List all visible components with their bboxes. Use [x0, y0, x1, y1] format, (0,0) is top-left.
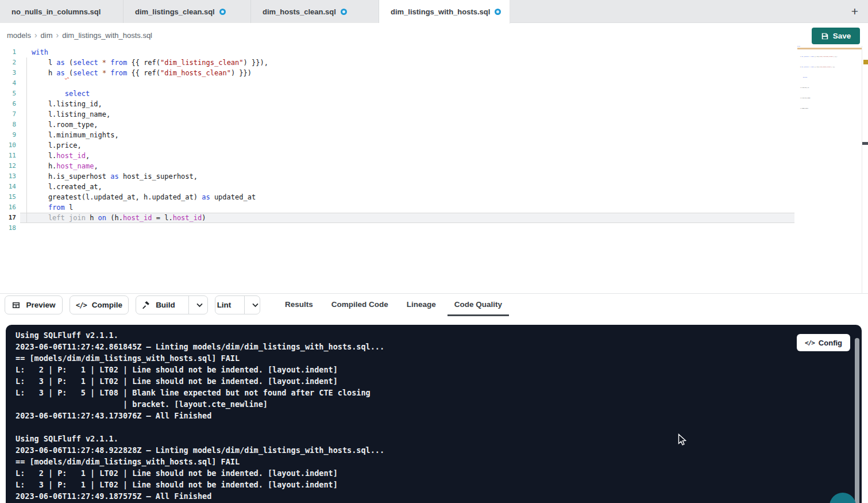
line-number: 9	[0, 130, 20, 140]
terminal-output: Using SQLFluff v2.1.1.2023-06-06T11:27:4…	[16, 329, 384, 502]
config-button[interactable]: </> Config	[797, 334, 850, 351]
code-line[interactable]: 14 l.created_at,	[0, 182, 794, 192]
file-tab-label: no_nulls_in_columns.sql	[11, 7, 101, 16]
line-number: 11	[0, 151, 20, 161]
line-number: 4	[0, 78, 20, 89]
terminal-line: Using SQLFluff v2.1.1.	[16, 433, 384, 444]
line-number: 18	[0, 223, 20, 233]
lint-output-terminal[interactable]: Using SQLFluff v2.1.1.2023-06-06T11:27:4…	[6, 325, 862, 503]
file-tab[interactable]: dim_hosts_clean.sql	[251, 0, 379, 23]
build-options-button[interactable]	[188, 296, 210, 314]
terminal-line: 2023-06-06T11:27:43.173076Z – All Finish…	[16, 410, 384, 421]
terminal-line: == [models/dim/dim_listings_with_hosts.s…	[16, 352, 384, 364]
result-tab-results[interactable]: Results	[278, 294, 320, 316]
breadcrumb-bar: models›dim›dim_listings_with_hosts.sql S…	[0, 24, 868, 46]
result-tab-lineage[interactable]: Lineage	[400, 294, 443, 316]
line-number: 10	[0, 140, 20, 151]
code-line[interactable]: 2 l as (select * from {{ ref("dim_listin…	[0, 57, 794, 68]
dbt-ide-window: no_nulls_in_columns.sqldim_listings_clea…	[0, 0, 868, 503]
lint-options-button[interactable]	[244, 296, 266, 314]
terminal-line: L: 3 | P: 1 | LT02 | Line should not be …	[16, 479, 384, 490]
breadcrumb-segment[interactable]: dim	[41, 31, 53, 40]
breadcrumb-segment[interactable]: dim_listings_with_hosts.sql	[62, 31, 152, 40]
unsaved-changes-dot-icon	[495, 9, 501, 15]
code-line[interactable]: 12 h.host_name,	[0, 161, 794, 171]
terminal-line: L: 3 | P: 5 | LT08 | Blank line expected…	[16, 387, 384, 398]
breadcrumb-separator-icon: ›	[34, 30, 37, 40]
lint-button[interactable]: Lint	[209, 296, 240, 314]
editor-scroll-position-marker[interactable]	[862, 142, 868, 145]
file-tab-label: dim_listings_clean.sql	[135, 7, 215, 16]
code-line[interactable]: 15 greatest(l.updated_at, h.updated_at) …	[0, 192, 794, 202]
code-line[interactable]: 13 h.is_superhost as host_is_superhost,	[0, 171, 794, 182]
terminal-scrollbar[interactable]	[855, 338, 859, 503]
result-tab-compiled-code[interactable]: Compiled Code	[325, 294, 395, 316]
line-number: 17	[0, 213, 20, 223]
code-line[interactable]: 5 select	[0, 89, 794, 99]
save-label: Save	[833, 32, 851, 40]
tab-bar: no_nulls_in_columns.sqldim_listings_clea…	[0, 0, 868, 23]
code-line[interactable]: 9 l.minimum_nights,	[0, 130, 794, 140]
code-line[interactable]: 17 left join h on (h.host_id = l.host_id…	[0, 213, 794, 223]
preview-button[interactable]: Preview	[5, 295, 63, 314]
line-number: 13	[0, 171, 20, 182]
build-button[interactable]: Build	[133, 296, 183, 314]
code-line[interactable]: 10 l.price,	[0, 140, 794, 151]
build-hammer-icon	[141, 301, 151, 310]
terminal-line: L: 2 | P: 1 | LT02 | Line should not be …	[16, 467, 384, 479]
new-tab-button[interactable]: +	[845, 0, 865, 23]
file-tab[interactable]: dim_listings_clean.sql	[124, 0, 251, 23]
config-code-icon: </>	[805, 339, 815, 347]
unsaved-changes-dot-icon	[219, 9, 226, 15]
line-number: 14	[0, 182, 20, 192]
terminal-line: L: 3 | P: 1 | LT02 | Line should not be …	[16, 375, 384, 387]
line-number: 2	[0, 57, 20, 68]
code-line[interactable]: 11 l.host_id,	[0, 151, 794, 161]
result-tabs: ResultsCompiled CodeLineageCode Quality	[278, 294, 509, 316]
editor-toolbar: Preview </> Compile Build Lint	[0, 293, 868, 316]
line-number: 5	[0, 89, 20, 99]
line-number: 3	[0, 68, 20, 78]
terminal-line: 2023-06-06T11:27:48.922828Z – Linting mo…	[16, 444, 384, 456]
terminal-line: | bracket. [layout.cte_newline]	[16, 398, 384, 410]
breadcrumb: models›dim›dim_listings_with_hosts.sql	[7, 30, 152, 40]
editor-annotation-gutter[interactable]	[862, 46, 868, 293]
file-tab[interactable]: dim_listings_with_hosts.sql	[379, 0, 510, 24]
code-editor[interactable]: 1with2 l as (select * from {{ ref("dim_l…	[0, 46, 868, 293]
code-line[interactable]: 18	[0, 223, 794, 233]
lint-split-button: Lint	[215, 295, 260, 314]
build-label: Build	[156, 301, 175, 309]
line-number: 7	[0, 109, 20, 120]
terminal-line: 2023-06-06T11:27:42.861845Z – Linting mo…	[16, 341, 384, 352]
preview-label: Preview	[26, 301, 55, 309]
minimap[interactable]: with l as (select * from {{ ref("dim_lis…	[797, 46, 861, 115]
terminal-line: Using SQLFluff v2.1.1.	[16, 329, 384, 341]
result-tab-code-quality[interactable]: Code Quality	[447, 294, 509, 316]
code-line[interactable]: 8 l.room_type,	[0, 120, 794, 130]
code-line[interactable]: 4	[0, 78, 794, 89]
line-number: 6	[0, 99, 20, 109]
terminal-line: L: 2 | P: 1 | LT02 | Line should not be …	[16, 364, 384, 375]
breadcrumb-segment[interactable]: models	[7, 31, 31, 40]
lint-warning-marker-icon	[863, 60, 868, 64]
save-floppy-icon	[821, 32, 829, 40]
file-tab-label: dim_listings_with_hosts.sql	[391, 7, 490, 16]
code-line[interactable]: 1with	[0, 47, 794, 57]
file-tab[interactable]: no_nulls_in_columns.sql	[0, 0, 124, 23]
indent-guide	[26, 57, 27, 223]
compile-label: Compile	[92, 301, 122, 309]
code-lines[interactable]: 1with2 l as (select * from {{ ref("dim_l…	[0, 47, 794, 233]
line-number: 8	[0, 120, 20, 130]
code-line[interactable]: 16 from l	[0, 202, 794, 213]
terminal-line: 2023-06-06T11:27:49.187575Z – All Finish…	[16, 490, 384, 502]
code-line[interactable]: 7 l.listing_name,	[0, 109, 794, 120]
file-tab-label: dim_hosts_clean.sql	[263, 7, 336, 16]
code-line[interactable]: 6 l.listing_id,	[0, 99, 794, 109]
build-split-button: Build	[136, 295, 208, 314]
compile-button[interactable]: </> Compile	[70, 295, 129, 314]
unsaved-changes-dot-icon	[341, 9, 347, 15]
save-button[interactable]: Save	[812, 28, 860, 44]
line-number: 16	[0, 202, 20, 213]
code-line[interactable]: 3 h as (select * from {{ ref("dim_hosts_…	[0, 68, 794, 78]
line-number: 12	[0, 161, 20, 171]
